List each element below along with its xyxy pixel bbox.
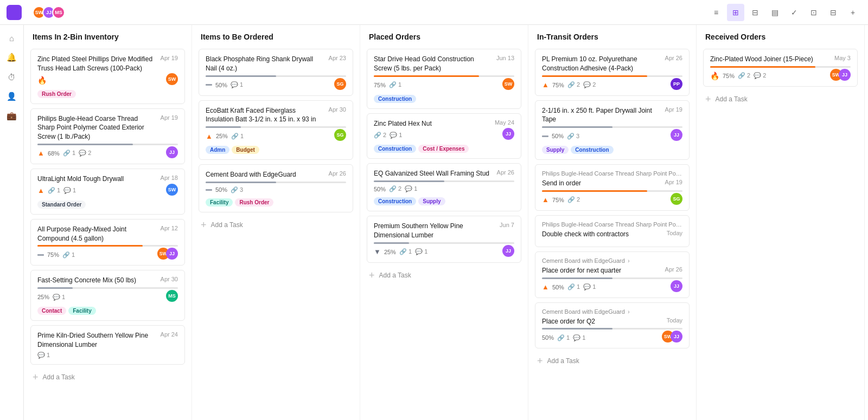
- card-stat: 🔗 2: [374, 132, 386, 139]
- column-body[interactable]: Zinc Plated Steel Phillips Drive Modifie…: [24, 47, 192, 420]
- progress-section: 50% 🔗 2💬 1: [374, 185, 417, 192]
- card-bottom: ▼ 25% 🔗 1💬 1 JJ: [374, 245, 514, 257]
- progress-fill: [374, 75, 479, 77]
- add-task-icon: +: [201, 220, 207, 230]
- card-bottom: 💬 1: [37, 350, 178, 359]
- subtask-parent: Cement Board with EdgeGuard ›: [542, 308, 682, 315]
- progress-section: ▲ 75% 🔗 2: [542, 196, 580, 204]
- card-tag: Facility: [68, 307, 95, 315]
- task-card[interactable]: Zinc Plated Hex Nut May 24 🔗 2💬 1 JJ Con…: [367, 113, 521, 159]
- card-bottom: 25% 💬 1 MS: [37, 290, 178, 302]
- board-view-icon[interactable]: ⊞: [727, 4, 744, 21]
- task-card[interactable]: Cement Board with EdgeGuard › Place orde…: [535, 302, 690, 349]
- column-body[interactable]: Zinc-Plated Wood Joiner (15-Piece) May 3…: [697, 47, 864, 420]
- timeline-view-icon[interactable]: ⊟: [746, 4, 764, 21]
- add-task-button[interactable]: + Add a Task: [535, 353, 690, 369]
- task-card[interactable]: Fast-Setting Concrete Mix (50 lbs) Apr 3…: [30, 270, 185, 321]
- avatar: MS: [166, 290, 178, 302]
- card-bottom: 75% 🔗 1 SW: [374, 78, 514, 90]
- card-title: EcoBatt Kraft Faced Fiberglass Insulatio…: [206, 106, 324, 125]
- sidebar-notifications[interactable]: 🔔: [3, 49, 21, 66]
- priority-up-icon: ▲: [542, 196, 549, 204]
- progress-fill: [542, 126, 612, 128]
- card-stat: 🔗 1: [63, 150, 75, 157]
- card-date: Apr 26: [329, 170, 346, 177]
- files-view-icon[interactable]: ⊟: [825, 4, 842, 21]
- add-task-label: Add a Task: [547, 357, 579, 365]
- task-card[interactable]: PL Premium 10 oz. Polyurethane Construct…: [535, 49, 690, 96]
- card-bottom: ▲ 68% 🔗 1💬 2 JJ: [37, 146, 178, 158]
- card-date: Apr 18: [161, 175, 178, 181]
- board: Items In 2-Bin Inventory Zinc Plated Ste…: [24, 25, 868, 420]
- card-tags: SupplyConstruction: [542, 144, 682, 154]
- avatar: JJ: [502, 245, 514, 257]
- task-card[interactable]: Philips Bugle-Head Coarse Thread Sharp P…: [535, 164, 690, 211]
- card-bottom: 50% 🔗 2💬 1: [374, 183, 514, 192]
- card-tags: ConstructionCost / Expenses: [374, 143, 514, 153]
- card-date: Apr 12: [161, 225, 178, 231]
- column-body[interactable]: Star Drive Head Gold Construction Screw …: [360, 47, 528, 420]
- task-card[interactable]: Cement Board with EdgeGuard Apr 26 50% 🔗…: [199, 164, 353, 212]
- add-task-button[interactable]: + Add a Task: [199, 217, 353, 233]
- progress-fill: [206, 182, 276, 183]
- task-card[interactable]: Black Phosphate Ring Shank Drywall Nail …: [199, 49, 353, 96]
- card-stat: 🔗 2: [567, 196, 580, 203]
- avatar: JJ: [671, 280, 682, 292]
- task-card[interactable]: All Purpose Ready-Mixed Joint Compound (…: [30, 219, 185, 266]
- avatar: SG: [671, 193, 682, 205]
- add-task-button[interactable]: + Add a Task: [703, 91, 858, 107]
- card-tags: ConstructionSupply: [374, 196, 514, 205]
- card-title: Double check with contractors: [542, 230, 662, 239]
- sidebar-projects[interactable]: 💼: [3, 107, 21, 125]
- gantt-view-icon[interactable]: ✓: [786, 4, 803, 21]
- task-card[interactable]: Cement Board with EdgeGuard › Place orde…: [535, 251, 690, 298]
- task-card[interactable]: 2-1/16 in. x 250 ft. Paper Drywall Joint…: [535, 100, 690, 160]
- progress-bar: [374, 242, 514, 244]
- column-body[interactable]: PL Premium 10 oz. Polyurethane Construct…: [528, 47, 696, 420]
- add-task-button[interactable]: + Add a Task: [367, 267, 521, 283]
- priority-up-icon: ▲: [37, 186, 44, 195]
- task-card[interactable]: Zinc-Plated Wood Joiner (15-Piece) May 3…: [703, 49, 858, 87]
- topbar: SW JJ MS ≡ ⊞ ⊟ ▤ ✓ ⊡ ⊟ +: [0, 0, 868, 25]
- progress-fill: [542, 277, 612, 279]
- column-body[interactable]: Black Phosphate Ring Shank Drywall Nail …: [192, 47, 360, 420]
- task-card[interactable]: UltraLight Mold Tough Drywall Apr 18 ▲ 🔗…: [30, 169, 185, 215]
- card-title: Star Drive Head Gold Construction Screw …: [374, 55, 492, 73]
- priority-up-icon: ▲: [206, 132, 213, 140]
- add-view-icon[interactable]: +: [844, 4, 861, 21]
- stats-section: 🔗 2💬 1: [374, 132, 402, 139]
- card-header: Double check with contractors Today: [542, 230, 682, 239]
- card-title: Premium Southern Yellow Pine Dimensional…: [374, 222, 495, 240]
- task-card[interactable]: Philips Bugle-Head Coarse Thread Sharp P…: [30, 108, 185, 164]
- task-card[interactable]: Premium Southern Yellow Pine Dimensional…: [367, 216, 521, 263]
- sidebar-time[interactable]: ⏱: [3, 68, 21, 86]
- card-title: Prime Kiln-Dried Southern Yellow Pine Di…: [37, 331, 156, 350]
- task-card[interactable]: Star Drive Head Gold Construction Screw …: [367, 49, 521, 109]
- sidebar-home[interactable]: ⌂: [3, 29, 21, 47]
- table-view-icon[interactable]: ▤: [766, 4, 783, 21]
- card-date: Apr 19: [665, 179, 682, 185]
- avatar: JJ: [166, 248, 178, 260]
- board-column: Items to Be Ordered Black Phosphate Ring…: [192, 25, 360, 420]
- progress-bar: [374, 180, 514, 182]
- card-header: Cement Board with EdgeGuard Apr 26: [206, 170, 346, 179]
- card-date: Apr 24: [161, 331, 178, 338]
- sidebar-people[interactable]: 👤: [3, 88, 21, 105]
- add-task-button[interactable]: + Add a Task: [30, 369, 185, 385]
- task-card[interactable]: EcoBatt Kraft Faced Fiberglass Insulatio…: [199, 100, 353, 160]
- task-card[interactable]: Philips Bugle-Head Coarse Thread Sharp P…: [535, 215, 690, 247]
- priority-flame-icon: 🔥: [37, 76, 47, 85]
- card-title: All Purpose Ready-Mixed Joint Compound (…: [37, 225, 156, 243]
- card-stat: 💬 1: [415, 248, 427, 255]
- list-view-icon[interactable]: ≡: [707, 4, 725, 21]
- task-card[interactable]: EQ Galvanized Steel Wall Framing Stud Ap…: [367, 163, 521, 211]
- board-column: In-Transit Orders PL Premium 10 oz. Poly…: [528, 25, 697, 420]
- card-tag: Standard Order: [37, 201, 86, 209]
- card-stat: 💬 1: [63, 187, 76, 194]
- card-header: 2-1/16 in. x 250 ft. Paper Drywall Joint…: [542, 106, 682, 125]
- card-stat: 🔗 2: [738, 72, 750, 79]
- calendar-view-icon[interactable]: ⊡: [805, 4, 822, 21]
- task-card[interactable]: Zinc Plated Steel Phillips Drive Modifie…: [30, 49, 185, 104]
- task-card[interactable]: Prime Kiln-Dried Southern Yellow Pine Di…: [30, 325, 185, 365]
- card-header: Black Phosphate Ring Shank Drywall Nail …: [206, 55, 346, 73]
